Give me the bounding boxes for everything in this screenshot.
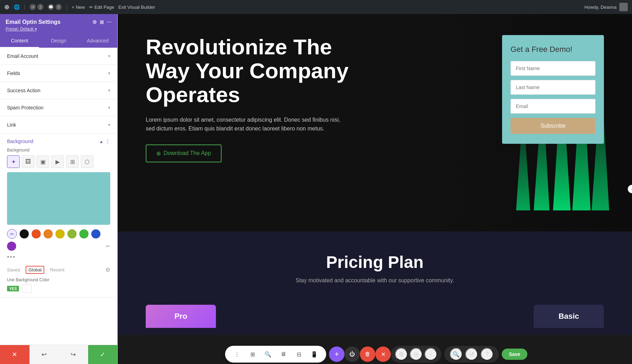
background-more-icon[interactable]: ⋮ xyxy=(105,139,110,144)
color-tab-recent[interactable]: Recent xyxy=(50,267,64,272)
swatch-red[interactable] xyxy=(32,229,41,238)
accordion-header-link[interactable]: Link ▾ xyxy=(0,116,117,133)
panel-layout-icon[interactable]: ⊞ xyxy=(100,19,104,25)
save-button[interactable]: Save xyxy=(502,349,527,360)
color-preview-swatch[interactable] xyxy=(7,172,110,225)
pricing-title: Pricing Plan xyxy=(146,252,604,272)
toolbar-settings-button[interactable]: ⚙ xyxy=(395,348,408,360)
dots-row: ••• xyxy=(0,254,117,265)
background-type-label: Background xyxy=(0,148,117,155)
redo-button[interactable]: ↪ xyxy=(59,345,88,364)
edit-page-button[interactable]: ✏ Edit Page xyxy=(89,5,114,10)
background-section-header: Background ▴ ⋮ xyxy=(0,134,117,148)
bg-type-video-button[interactable]: ▶ xyxy=(51,155,64,168)
color-tab-saved[interactable]: Saved xyxy=(7,267,20,272)
panel-more-icon[interactable]: ⋯ xyxy=(107,19,112,25)
panel-settings-icon[interactable]: ⚙ xyxy=(92,19,97,25)
tab-design[interactable]: Design xyxy=(39,34,78,48)
confirm-button[interactable]: ✓ xyxy=(88,345,118,364)
subscribe-label: Subscribe xyxy=(540,123,565,129)
video-icon: ▶ xyxy=(55,159,60,165)
background-section-title[interactable]: Background xyxy=(7,139,33,144)
color-tabs-row: Saved Global Recent ⚙ xyxy=(0,265,117,277)
wordpress-logo-icon[interactable]: ⊕ xyxy=(4,3,9,11)
toolbar-add-button[interactable]: + xyxy=(329,346,344,362)
bg-type-pattern-button[interactable]: ⊞ xyxy=(66,155,79,168)
subscribe-button[interactable]: Subscribe xyxy=(511,118,595,134)
chevron-down-icon: ▾ xyxy=(108,122,110,127)
toolbar-delete-button[interactable]: 🗑 xyxy=(360,346,375,362)
image-icon: 🖼 xyxy=(25,159,31,165)
toolbar-refresh-button[interactable]: ↺ xyxy=(465,348,478,360)
eyedropper-button[interactable]: ✏ xyxy=(7,229,17,239)
use-background-color-section: Use Background Color YES xyxy=(0,277,117,297)
top-bar: ⊕ 🌐 | ↺ 2 💬 0 | + New ✏ Edit Page Exit V… xyxy=(0,0,632,14)
undo-button[interactable]: ↩ xyxy=(29,345,59,364)
toolbar-right-group: ⚙ ◷ ↕ xyxy=(391,346,441,363)
toolbar-mobile-button[interactable]: 📱 xyxy=(308,348,321,360)
bg-color-small-swatch[interactable] xyxy=(22,284,32,293)
toolbar-tablet-button[interactable]: ⊟ xyxy=(292,348,305,360)
pro-card[interactable]: Pro xyxy=(146,305,216,328)
more-colors-button[interactable]: ••• xyxy=(7,254,16,261)
color-settings-icon[interactable]: ⚙ xyxy=(105,267,110,273)
toolbar-grid-button[interactable]: ⊞ xyxy=(246,348,259,360)
accordion-success-action: Success Action ▾ xyxy=(0,82,117,99)
swatch-lime[interactable] xyxy=(67,229,77,238)
tab-content[interactable]: Content xyxy=(0,34,39,48)
yes-toggle-button[interactable]: YES xyxy=(7,286,19,291)
accordion-header-success-action[interactable]: Success Action ▾ xyxy=(0,82,117,99)
download-app-button[interactable]: ⊕ Download The App xyxy=(146,144,222,162)
comments-counter[interactable]: 💬 0 xyxy=(48,4,62,10)
optin-form-card: Get a Free Demo! Subscribe xyxy=(502,35,604,144)
toolbar-help-button[interactable]: ? xyxy=(481,348,493,360)
swatch-orange[interactable] xyxy=(44,229,53,238)
accordion-header-email-account[interactable]: Email Account ▾ xyxy=(0,48,117,65)
accordion-spam-protection: Spam Protection ▾ xyxy=(0,99,117,116)
bg-type-gradient-button[interactable]: ▣ xyxy=(37,155,49,168)
accordion-header-fields[interactable]: Fields ▾ xyxy=(0,65,117,82)
exit-visual-builder-button[interactable]: Exit Visual Builder xyxy=(118,5,155,10)
chevron-up-icon[interactable]: ▴ xyxy=(100,139,103,144)
tab-advanced[interactable]: Advanced xyxy=(78,34,117,48)
toolbar-close-button[interactable]: ✕ xyxy=(375,346,391,362)
chevron-down-icon: ▾ xyxy=(108,54,110,59)
site-icon[interactable]: 🌐 xyxy=(14,4,20,10)
swatch-purple[interactable] xyxy=(7,242,16,251)
new-page-button[interactable]: + New xyxy=(72,5,85,10)
accordion-fields: Fields ▾ xyxy=(0,65,117,82)
bg-type-image-button[interactable]: 🖼 xyxy=(22,155,34,168)
accordion-header-spam-protection[interactable]: Spam Protection ▾ xyxy=(0,99,117,116)
bg-type-none-button[interactable]: ✦ xyxy=(7,155,20,168)
first-name-field[interactable] xyxy=(511,61,595,76)
swatch-yellow[interactable] xyxy=(55,229,65,238)
last-name-field[interactable] xyxy=(511,80,595,95)
toolbar-search2-button[interactable]: 🔍 xyxy=(450,348,462,360)
swatch-blue[interactable] xyxy=(91,229,100,238)
chevron-down-icon: ▾ xyxy=(108,71,110,76)
user-avatar xyxy=(619,3,628,11)
toolbar-layout-button[interactable]: ↕ xyxy=(424,348,437,360)
preset-label[interactable]: Preset: Default ▾ xyxy=(6,27,37,32)
panel-tabs: Content Design Advanced xyxy=(0,34,117,48)
accordion-label-success-action: Success Action xyxy=(7,88,40,93)
bg-type-mask-button[interactable]: ⬡ xyxy=(81,155,93,168)
swatch-black[interactable] xyxy=(20,229,29,238)
toolbar-desktop-button[interactable]: 🖥 xyxy=(277,348,290,360)
toolbar-history-button[interactable]: ◷ xyxy=(410,348,422,360)
color-tab-global[interactable]: Global xyxy=(26,267,45,272)
toolbar-search-button[interactable]: 🔍 xyxy=(262,348,274,360)
revisions-counter[interactable]: ↺ 2 xyxy=(29,4,44,10)
pencil-icon[interactable]: ✏ xyxy=(106,243,110,249)
basic-card[interactable]: Basic xyxy=(534,305,604,328)
accordion-label-fields: Fields xyxy=(7,70,20,76)
pricing-cards-strip: Pro Basic xyxy=(118,305,632,335)
toolbar-power-button[interactable]: ⏻ xyxy=(344,346,360,362)
close-icon: ✕ xyxy=(12,351,17,358)
swatch-green[interactable] xyxy=(79,229,88,238)
bottom-toolbar: ⋮ ⊞ 🔍 🖥 ⊟ 📱 + ⏻ 🗑 ✕ ⚙ ◷ ↕ 🔍 ↺ ? xyxy=(118,344,632,364)
email-field[interactable] xyxy=(511,99,595,114)
toolbar-more-button[interactable]: ⋮ xyxy=(231,348,243,360)
cancel-button[interactable]: ✕ xyxy=(0,345,29,364)
accordion-label-spam-protection: Spam Protection xyxy=(7,105,44,110)
